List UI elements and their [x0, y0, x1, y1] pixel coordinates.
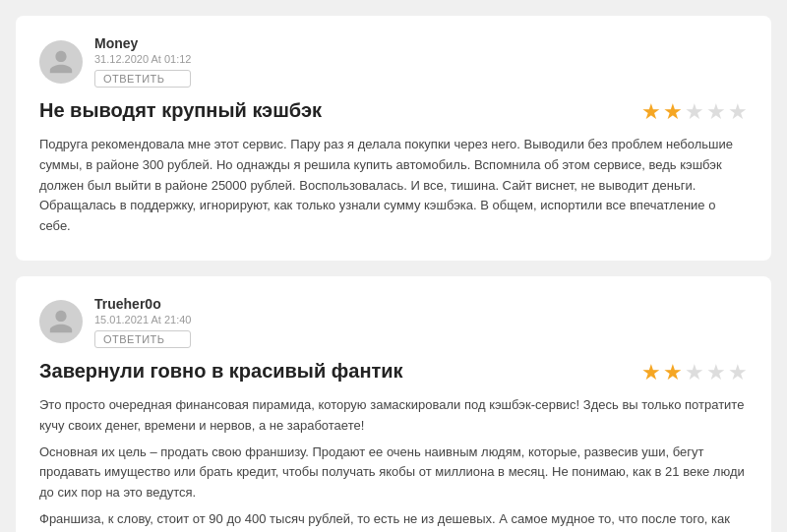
- review-title: Завернули говно в красивый фантик: [39, 360, 639, 383]
- star-filled-icon: ★: [663, 99, 683, 125]
- review-paragraph: Это просто очередная финансовая пирамида…: [39, 395, 748, 437]
- review-card-1: Money31.12.2020 At 01:12ОТВЕТИТЬНе вывод…: [16, 16, 771, 261]
- review-body: Это просто очередная финансовая пирамида…: [39, 395, 748, 532]
- user-info: Trueher0o15.01.2021 At 21:40ОТВЕТИТЬ: [94, 296, 191, 348]
- star-empty-icon: ★: [706, 99, 726, 125]
- star-rating: ★★★★★: [639, 99, 748, 125]
- reply-button[interactable]: ОТВЕТИТЬ: [94, 330, 191, 348]
- reviews-container: Money31.12.2020 At 01:12ОТВЕТИТЬНе вывод…: [16, 16, 771, 532]
- review-body: Подруга рекомендовала мне этот сервис. П…: [39, 135, 748, 237]
- avatar: [39, 40, 83, 84]
- star-empty-icon: ★: [728, 99, 748, 125]
- user-date: 31.12.2020 At 01:12: [94, 53, 191, 65]
- user-name: Trueher0o: [94, 296, 191, 312]
- star-rating: ★★★★★: [639, 360, 748, 385]
- star-empty-icon: ★: [706, 360, 726, 385]
- star-filled-icon: ★: [641, 99, 661, 125]
- user-name: Money: [94, 35, 191, 51]
- user-row: Money31.12.2020 At 01:12ОТВЕТИТЬ: [39, 35, 748, 88]
- review-header: Не выводят крупный кэшбэк★★★★★: [39, 99, 748, 125]
- review-title: Не выводят крупный кэшбэк: [39, 99, 639, 122]
- review-paragraph: Подруга рекомендовала мне этот сервис. П…: [39, 135, 748, 237]
- review-header: Завернули говно в красивый фантик★★★★★: [39, 360, 748, 385]
- star-empty-icon: ★: [728, 360, 748, 385]
- review-paragraph: Основная их цель – продать свою франшизу…: [39, 443, 748, 503]
- star-empty-icon: ★: [685, 99, 704, 125]
- reply-button[interactable]: ОТВЕТИТЬ: [94, 70, 191, 88]
- user-info: Money31.12.2020 At 01:12ОТВЕТИТЬ: [94, 35, 191, 88]
- star-filled-icon: ★: [641, 360, 661, 385]
- user-date: 15.01.2021 At 21:40: [94, 314, 191, 325]
- review-paragraph: Франшиза, к слову, стоит от 90 до 400 ты…: [39, 509, 748, 532]
- review-card-2: Trueher0o15.01.2021 At 21:40ОТВЕТИТЬЗаве…: [16, 276, 771, 532]
- star-filled-icon: ★: [663, 360, 683, 385]
- star-empty-icon: ★: [685, 360, 704, 385]
- user-row: Trueher0o15.01.2021 At 21:40ОТВЕТИТЬ: [39, 296, 748, 348]
- avatar: [39, 300, 83, 343]
